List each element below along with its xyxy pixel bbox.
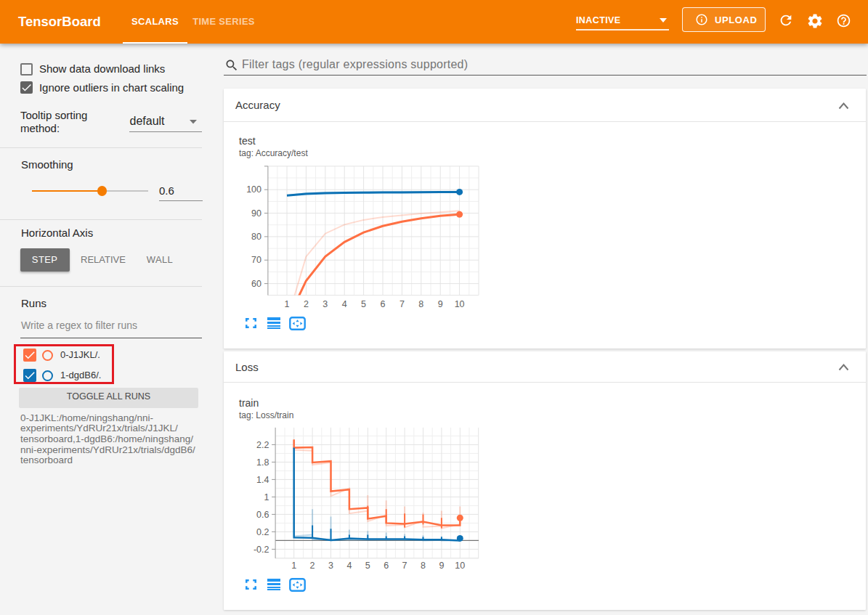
svg-text:3: 3 (328, 561, 333, 571)
svg-text:7: 7 (399, 299, 405, 309)
svg-text:1.4: 1.4 (256, 475, 269, 485)
svg-text:-0.2: -0.2 (253, 545, 269, 555)
svg-text:100: 100 (246, 184, 261, 195)
svg-text:10: 10 (455, 299, 465, 309)
svg-text:4: 4 (346, 561, 352, 571)
svg-text:2: 2 (304, 299, 309, 309)
svg-text:0.6: 0.6 (256, 510, 269, 520)
svg-text:8: 8 (421, 561, 426, 571)
svg-text:10: 10 (455, 561, 465, 571)
svg-text:5: 5 (361, 299, 366, 309)
svg-text:4: 4 (342, 299, 347, 309)
svg-text:70: 70 (251, 255, 261, 265)
svg-text:60: 60 (251, 279, 261, 289)
svg-text:6: 6 (381, 299, 386, 309)
svg-text:6: 6 (384, 561, 389, 571)
svg-text:5: 5 (365, 561, 370, 571)
svg-text:2: 2 (310, 561, 315, 571)
svg-text:7: 7 (402, 561, 407, 571)
svg-text:2.2: 2.2 (256, 440, 269, 450)
svg-text:1.8: 1.8 (256, 457, 269, 468)
svg-text:90: 90 (251, 208, 261, 219)
svg-text:9: 9 (438, 299, 443, 309)
svg-text:1: 1 (291, 561, 296, 571)
svg-text:0.2: 0.2 (256, 527, 269, 537)
svg-text:1: 1 (285, 299, 290, 309)
svg-text:9: 9 (439, 561, 444, 571)
svg-text:3: 3 (323, 299, 328, 309)
svg-text:1: 1 (264, 492, 269, 502)
svg-text:8: 8 (418, 299, 423, 309)
svg-text:80: 80 (251, 232, 261, 242)
